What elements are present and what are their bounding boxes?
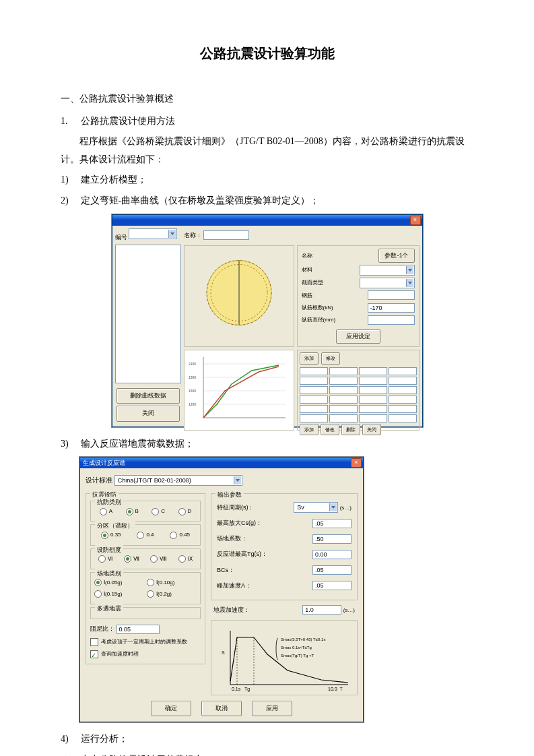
footer-button[interactable]: 添加 (300, 424, 319, 435)
table-row (300, 386, 417, 394)
dialog-titlebar: × (112, 215, 422, 226)
param-input[interactable]: .05 (312, 565, 352, 575)
modify-button[interactable]: 修改 (321, 352, 340, 364)
dialog-titlebar: 生成设计反应谱 × (80, 458, 363, 468)
site-group: 场地类别 Ⅰ(0.05g) Ⅰ(0.10g) Ⅰ(0.15g) Ⅰ(0.2g) (90, 572, 201, 604)
param-dropdown[interactable]: Sv (294, 502, 338, 513)
param-input[interactable]: .05 (312, 581, 352, 590)
ok-button[interactable]: 确定 (151, 701, 191, 716)
svg-text:1500: 1500 (189, 389, 196, 393)
svg-text:S: S (222, 650, 225, 655)
spectrum-curve-icon: 0.1s Tg 10.0 T S Smax(5.5T+0.45) T≤0.1s … (211, 621, 357, 695)
intensity-group: 设防烈度 Ⅵ Ⅶ Ⅷ Ⅸ (90, 548, 201, 569)
radio-option[interactable]: 0.4 (137, 530, 154, 540)
footer-button[interactable]: 删除 (341, 424, 360, 435)
close-icon[interactable]: × (410, 216, 421, 225)
item-number: 2) (61, 192, 78, 210)
dia-input[interactable] (368, 315, 415, 325)
item-text: 运行分析； (81, 734, 128, 744)
radio-option[interactable]: Ⅷ (150, 554, 167, 564)
cancel-button[interactable]: 取消 (201, 701, 242, 716)
radio-option[interactable]: C (152, 506, 165, 516)
svg-text:1800: 1800 (189, 375, 196, 379)
adjust-checkbox[interactable] (90, 638, 98, 646)
query-checkbox[interactable] (90, 650, 98, 658)
table-row (300, 377, 417, 385)
group-legend: 输出参数 (215, 489, 244, 501)
axis-label: 0.1s Tg (232, 687, 250, 692)
fortification-group: 抗震设防 抗防类别 A B C D 分区（谱段） (86, 493, 205, 664)
curve-list[interactable] (115, 245, 181, 384)
dialog-title: 生成设计反应谱 (83, 460, 125, 466)
spec-label: 设计标准 (86, 476, 112, 484)
apply-button[interactable]: 应用 (252, 701, 292, 716)
spectrum-plot: 0.1s Tg 10.0 T S Smax(5.5T+0.45) T≤0.1s … (211, 620, 358, 695)
label: 编号 (115, 228, 181, 243)
item-number: 1. (61, 113, 78, 131)
svg-text:Smax                 0.1s<T≤Tg: Smax 0.1s<T≤Tg (281, 645, 312, 650)
item-text: 定义弯矩-曲率曲线（仅在桥墩及盖梁强度验算时定义）； (81, 195, 320, 206)
list-item: 1) 建立分析模型； (61, 171, 473, 189)
param-input[interactable]: .50 (312, 534, 352, 544)
add-button[interactable]: 添加 (300, 352, 319, 364)
rebar-input[interactable] (368, 290, 415, 300)
paragraph: 程序根据《公路桥梁抗震设计细则》（JTG/T B02-01—2008）内容，对公… (61, 133, 473, 168)
apply-button[interactable]: 应用设定 (336, 329, 380, 344)
damping-input[interactable]: 0.05 (116, 625, 160, 634)
prop-name-label: 名称 (302, 251, 312, 261)
embedded-screenshot-1: × 编号 删除曲线数据 关闭 名称： (61, 214, 473, 427)
radio-option[interactable]: Ⅸ (178, 554, 193, 564)
list-item: 1. 公路抗震设计使用方法 (61, 113, 473, 131)
dialog-response-spectrum: 生成设计反应谱 × 设计标准 China(JTG/T B02-01-2008) … (79, 457, 364, 722)
list-item: 2) 定义弯矩-曲率曲线（仅在桥墩及盖梁强度验算时定义）； (61, 192, 473, 210)
item-number: 3) (61, 435, 78, 453)
svg-text:1200: 1200 (189, 402, 196, 406)
close-button[interactable]: 关闭 (116, 406, 180, 421)
param-input[interactable]: 0.00 (312, 550, 352, 559)
name-label: 名称： (184, 232, 202, 239)
radio-option[interactable]: 0.45 (170, 530, 190, 540)
list-item: 5) 定义公路抗震设计用荷载组合； (61, 751, 473, 757)
item-number: 4) (61, 730, 78, 749)
item-number: 1) (61, 171, 78, 189)
output-params-group: 输出参数 特征周期(s)：Sv (s…) 最高放大Cs(g)：.05 场地系数：… (211, 493, 358, 600)
results-table: 添加 修改 添加 修改 删除 关闭 (297, 350, 420, 431)
damping-label: 阻尼比： (90, 625, 114, 632)
radio-option[interactable]: Ⅰ(0.15g) (94, 589, 144, 599)
param-input[interactable]: .05 (312, 519, 352, 528)
embedded-screenshot-2: 生成设计反应谱 × 设计标准 China(JTG/T B02-01-2008) … (61, 457, 473, 722)
radio-option[interactable]: B (126, 506, 139, 516)
section-type-dropdown[interactable] (360, 278, 415, 288)
checkbox-label: 考虑设顶于一定周期上时的调整系数 (101, 639, 187, 645)
svg-text:Smax(Tg/T)        Tg <T: Smax(Tg/T) Tg <T (281, 654, 314, 658)
radio-option[interactable]: D (178, 506, 192, 516)
radio-option[interactable]: Ⅰ(0.2g) (147, 589, 197, 599)
list-item: 4) 运行分析； (61, 730, 473, 749)
delete-curve-button[interactable]: 删除曲线数据 (116, 388, 180, 404)
axis-label: 10.0 T (328, 687, 343, 691)
checkbox-label: 查询加速度时程 (101, 651, 139, 657)
item-number: 5) (61, 751, 78, 757)
category-group: 抗防类别 A B C D (90, 501, 201, 522)
close-icon[interactable]: × (351, 458, 362, 468)
param-input[interactable]: 1.0 (302, 605, 341, 615)
footer-button[interactable]: 关闭 (362, 424, 381, 435)
section-properties: 名称参数-1个 材料 截面类型 钢筋 纵筋根数(kN)-170 纵筋直径(mm)… (297, 245, 420, 348)
radio-option[interactable]: Ⅰ(0.10g) (147, 577, 197, 588)
section-preview (184, 245, 294, 348)
name-input[interactable] (203, 230, 249, 240)
axial-input[interactable]: -170 (368, 303, 415, 313)
id-dropdown[interactable] (129, 228, 177, 239)
dialog-moment-curvature: × 编号 删除曲线数据 关闭 名称： (112, 214, 423, 427)
list-item: 3) 输入反应谱地震荷载数据； (61, 435, 473, 453)
spec-dropdown[interactable]: China(JTG/T B02-01-2008) (114, 475, 242, 486)
item-text: 公路抗震设计使用方法 (81, 116, 175, 126)
chart-icon: 21001800 15001200 (185, 350, 294, 431)
footer-button[interactable]: 修改 (321, 424, 339, 435)
table-row (300, 405, 417, 413)
region-group: 分区（谱段） 0.35 0.4 0.45 (90, 524, 201, 545)
material-dropdown[interactable] (360, 265, 415, 276)
radio-option[interactable]: Ⅶ (124, 554, 139, 564)
param-button[interactable]: 参数-1个 (378, 249, 414, 263)
circle-section-icon (202, 255, 276, 329)
